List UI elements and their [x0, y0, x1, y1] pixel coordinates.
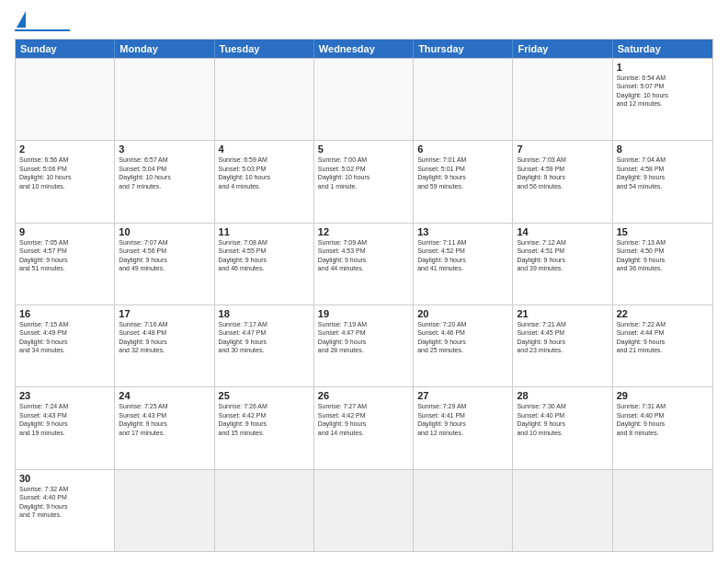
weekday-header: Saturday [613, 40, 712, 58]
calendar-cell: 5Sunrise: 7:00 AM Sunset: 5:02 PM Daylig… [314, 141, 414, 222]
day-info: Sunrise: 7:15 AM Sunset: 4:49 PM Dayligh… [19, 320, 110, 355]
day-number: 19 [318, 308, 409, 319]
day-info: Sunrise: 7:19 AM Sunset: 4:47 PM Dayligh… [318, 320, 409, 355]
calendar-row: 30Sunrise: 7:32 AM Sunset: 4:40 PM Dayli… [16, 469, 712, 551]
day-info: Sunrise: 7:01 AM Sunset: 5:01 PM Dayligh… [417, 155, 508, 190]
day-number: 14 [517, 226, 608, 237]
day-number: 17 [119, 308, 210, 319]
weekday-header: Thursday [414, 40, 513, 58]
calendar-cell: 22Sunrise: 7:22 AM Sunset: 4:44 PM Dayli… [613, 305, 712, 386]
page: SundayMondayTuesdayWednesdayThursdayFrid… [0, 0, 728, 563]
calendar-cell: 20Sunrise: 7:20 AM Sunset: 4:46 PM Dayli… [414, 305, 513, 386]
day-number: 22 [617, 308, 709, 319]
day-number: 7 [517, 144, 608, 155]
day-info: Sunrise: 6:56 AM Sunset: 5:06 PM Dayligh… [19, 155, 110, 190]
header [15, 11, 713, 31]
day-number: 16 [19, 308, 110, 319]
day-number: 26 [318, 390, 409, 401]
calendar-body: 1Sunrise: 6:54 AM Sunset: 5:07 PM Daylig… [16, 58, 712, 551]
calendar-cell: 1Sunrise: 6:54 AM Sunset: 5:07 PM Daylig… [613, 59, 712, 140]
calendar-cell: 4Sunrise: 6:59 AM Sunset: 5:03 PM Daylig… [215, 141, 314, 222]
weekday-header: Wednesday [314, 40, 414, 58]
logo-triangle-icon [17, 11, 26, 28]
calendar-cell: 14Sunrise: 7:12 AM Sunset: 4:51 PM Dayli… [513, 224, 612, 304]
calendar-cell [215, 470, 314, 551]
calendar-cell [115, 470, 214, 551]
day-info: Sunrise: 7:16 AM Sunset: 4:48 PM Dayligh… [119, 320, 210, 355]
day-number: 13 [417, 226, 508, 237]
calendar-cell [613, 470, 712, 551]
day-number: 4 [219, 144, 310, 155]
calendar-cell: 10Sunrise: 7:07 AM Sunset: 4:56 PM Dayli… [115, 224, 214, 304]
calendar-cell: 12Sunrise: 7:09 AM Sunset: 4:53 PM Dayli… [314, 224, 414, 304]
day-info: Sunrise: 7:24 AM Sunset: 4:43 PM Dayligh… [19, 402, 110, 437]
day-number: 3 [119, 144, 210, 155]
day-number: 12 [318, 226, 409, 237]
day-info: Sunrise: 7:30 AM Sunset: 4:40 PM Dayligh… [517, 402, 608, 437]
calendar-cell: 25Sunrise: 7:26 AM Sunset: 4:42 PM Dayli… [215, 387, 314, 468]
calendar-cell: 18Sunrise: 7:17 AM Sunset: 4:47 PM Dayli… [215, 305, 314, 386]
day-info: Sunrise: 7:27 AM Sunset: 4:42 PM Dayligh… [318, 402, 409, 437]
day-info: Sunrise: 7:13 AM Sunset: 4:50 PM Dayligh… [617, 238, 709, 273]
day-number: 11 [219, 226, 310, 237]
day-number: 21 [517, 308, 608, 319]
calendar-cell: 7Sunrise: 7:03 AM Sunset: 4:59 PM Daylig… [513, 141, 612, 222]
calendar-cell: 26Sunrise: 7:27 AM Sunset: 4:42 PM Dayli… [314, 387, 414, 468]
day-number: 9 [19, 226, 110, 237]
day-info: Sunrise: 7:04 AM Sunset: 4:58 PM Dayligh… [617, 155, 709, 190]
calendar-row: 9Sunrise: 7:05 AM Sunset: 4:57 PM Daylig… [16, 223, 712, 304]
calendar-cell: 15Sunrise: 7:13 AM Sunset: 4:50 PM Dayli… [613, 224, 712, 304]
calendar-cell: 9Sunrise: 7:05 AM Sunset: 4:57 PM Daylig… [16, 224, 115, 304]
calendar-cell: 21Sunrise: 7:21 AM Sunset: 4:45 PM Dayli… [513, 305, 612, 386]
day-info: Sunrise: 7:29 AM Sunset: 4:41 PM Dayligh… [417, 402, 508, 437]
day-number: 30 [19, 473, 110, 484]
calendar-cell [513, 59, 612, 140]
day-info: Sunrise: 6:54 AM Sunset: 5:07 PM Dayligh… [617, 74, 709, 109]
calendar-cell: 29Sunrise: 7:31 AM Sunset: 4:40 PM Dayli… [613, 387, 712, 468]
day-number: 15 [617, 226, 709, 237]
calendar-cell: 11Sunrise: 7:08 AM Sunset: 4:55 PM Dayli… [215, 224, 314, 304]
calendar-cell: 8Sunrise: 7:04 AM Sunset: 4:58 PM Daylig… [613, 141, 712, 222]
day-info: Sunrise: 7:31 AM Sunset: 4:40 PM Dayligh… [617, 402, 709, 437]
logo-underline [15, 29, 70, 31]
calendar-row: 2Sunrise: 6:56 AM Sunset: 5:06 PM Daylig… [16, 140, 712, 222]
calendar-row: 1Sunrise: 6:54 AM Sunset: 5:07 PM Daylig… [16, 58, 712, 140]
day-info: Sunrise: 7:25 AM Sunset: 4:43 PM Dayligh… [119, 402, 210, 437]
day-info: Sunrise: 7:17 AM Sunset: 4:47 PM Dayligh… [219, 320, 310, 355]
calendar-cell: 30Sunrise: 7:32 AM Sunset: 4:40 PM Dayli… [16, 470, 115, 551]
day-number: 1 [617, 62, 709, 73]
day-info: Sunrise: 7:20 AM Sunset: 4:46 PM Dayligh… [417, 320, 508, 355]
calendar-cell [414, 59, 513, 140]
weekday-header: Monday [115, 40, 214, 58]
day-info: Sunrise: 7:22 AM Sunset: 4:44 PM Dayligh… [617, 320, 709, 355]
calendar-cell: 28Sunrise: 7:30 AM Sunset: 4:40 PM Dayli… [513, 387, 612, 468]
calendar-cell: 13Sunrise: 7:11 AM Sunset: 4:52 PM Dayli… [414, 224, 513, 304]
day-info: Sunrise: 7:26 AM Sunset: 4:42 PM Dayligh… [219, 402, 310, 437]
calendar-cell [513, 470, 612, 551]
logo-text [15, 11, 26, 28]
weekday-header: Friday [513, 40, 612, 58]
day-number: 27 [417, 390, 508, 401]
day-number: 24 [119, 390, 210, 401]
day-number: 10 [119, 226, 210, 237]
calendar-cell [115, 59, 214, 140]
calendar-cell: 3Sunrise: 6:57 AM Sunset: 5:04 PM Daylig… [115, 141, 214, 222]
day-number: 25 [219, 390, 310, 401]
calendar-cell [314, 470, 414, 551]
day-number: 28 [517, 390, 608, 401]
weekday-header: Sunday [16, 40, 115, 58]
day-number: 18 [219, 308, 310, 319]
calendar-cell [215, 59, 314, 140]
day-info: Sunrise: 7:08 AM Sunset: 4:55 PM Dayligh… [219, 238, 310, 273]
calendar-cell: 16Sunrise: 7:15 AM Sunset: 4:49 PM Dayli… [16, 305, 115, 386]
logo [15, 11, 70, 31]
day-info: Sunrise: 7:21 AM Sunset: 4:45 PM Dayligh… [517, 320, 608, 355]
weekday-header: Tuesday [215, 40, 314, 58]
calendar-row: 23Sunrise: 7:24 AM Sunset: 4:43 PM Dayli… [16, 386, 712, 468]
day-info: Sunrise: 7:07 AM Sunset: 4:56 PM Dayligh… [119, 238, 210, 273]
calendar-cell [414, 470, 513, 551]
day-info: Sunrise: 7:05 AM Sunset: 4:57 PM Dayligh… [19, 238, 110, 273]
calendar-cell: 23Sunrise: 7:24 AM Sunset: 4:43 PM Dayli… [16, 387, 115, 468]
day-info: Sunrise: 7:09 AM Sunset: 4:53 PM Dayligh… [318, 238, 409, 273]
day-number: 29 [617, 390, 709, 401]
